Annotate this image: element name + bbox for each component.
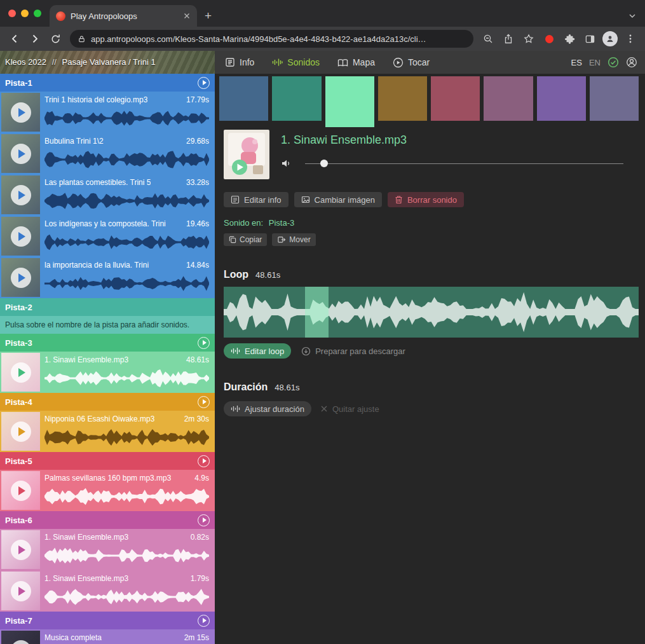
minimize-window-button[interactable]	[21, 10, 29, 17]
sound-item-title: Palmas sevillanas 160 bpm mp3.mp3	[44, 474, 171, 483]
track-play-icon[interactable]	[198, 514, 210, 526]
tab-tocar[interactable]: Tocar	[393, 57, 430, 68]
browser-menu-kebab-icon[interactable]	[621, 29, 640, 48]
sound-thumbnail[interactable]	[1, 412, 40, 451]
track-swatch-7[interactable]	[537, 76, 586, 121]
track-header-pista-4[interactable]: Pista-4	[0, 393, 215, 411]
track-swatch-8[interactable]	[590, 76, 639, 121]
lang-en-button[interactable]: EN	[589, 58, 601, 67]
track-swatch-2[interactable]	[272, 76, 321, 121]
back-button[interactable]	[5, 29, 24, 48]
close-window-button[interactable]	[8, 10, 16, 17]
breadcrumb[interactable]: Kleos 2022 // Pasaje Valvanera / Trini 1	[0, 51, 215, 74]
sound-image[interactable]	[224, 130, 269, 179]
address-bar[interactable]: app.antropoloops.com/Kleos-Santa-Marina/…	[70, 30, 473, 48]
track-swatch-6[interactable]	[484, 76, 533, 121]
sound-item[interactable]: Las plantas comestibles. Trini 533.28s	[0, 174, 215, 216]
sound-thumbnail[interactable]	[1, 175, 40, 214]
tab-search-chevron-icon[interactable]	[628, 11, 636, 20]
volume-slider[interactable]	[305, 159, 623, 168]
sound-item[interactable]: Los indígenas y la compostela. Trini19.4…	[0, 216, 215, 257]
loop-selection[interactable]	[305, 287, 329, 338]
tab-info[interactable]: Info	[225, 57, 254, 67]
sound-item[interactable]: Musica completa2m 15s	[0, 629, 215, 644]
sound-thumbnail[interactable]	[1, 530, 40, 569]
adjust-duration-button[interactable]: Ajustar duración	[224, 401, 311, 416]
play-icon	[11, 581, 31, 601]
track-header-pista-1[interactable]: Pista-1	[0, 74, 215, 92]
track-section-pista-6: Pista-61. Sinawi Ensemble.mp30.82s1. Sin…	[0, 511, 215, 612]
track-play-icon[interactable]	[198, 615, 210, 627]
track-header-pista-2[interactable]: Pista-2	[0, 298, 215, 316]
reload-button[interactable]	[46, 29, 65, 48]
change-image-label: Cambiar imágen	[315, 195, 375, 205]
sound-item[interactable]: Nipponia 06 Esashi Oiwake.mp32m 30s	[0, 411, 215, 452]
browser-tab[interactable]: Play Antropoloops	[50, 5, 197, 27]
track-play-icon[interactable]	[198, 337, 210, 349]
sound-item[interactable]: 1. Sinawi Ensemble.mp30.82s	[0, 529, 215, 570]
track-link[interactable]: Pista-3	[269, 218, 294, 228]
play-icon	[11, 144, 31, 164]
sound-item[interactable]: la importancia de la lluvia. Trini14.84s	[0, 257, 215, 298]
track-header-pista-7[interactable]: Pista-7	[0, 612, 215, 629]
recording-indicator-icon[interactable]	[540, 29, 559, 48]
sound-item[interactable]: 1. Sinawi Ensemble.mp31.79s	[0, 570, 215, 612]
sound-item-title: 1. Sinawi Ensemble.mp3	[44, 533, 128, 542]
lang-es-button[interactable]: ES	[571, 58, 582, 67]
track-header-pista-5[interactable]: Pista-5	[0, 452, 215, 470]
sound-item[interactable]: Trini 1 historia del colegio.mp317.79s	[0, 92, 215, 133]
change-image-button[interactable]: Cambiar imágen	[294, 192, 382, 207]
prepare-download-button[interactable]: Preparar para descargar	[301, 346, 405, 356]
breadcrumb-project[interactable]: Kleos 2022	[5, 57, 46, 67]
play-icon	[11, 362, 31, 383]
account-icon[interactable]	[626, 57, 637, 68]
sound-item[interactable]: Bubulina Trini 1\229.68s	[0, 133, 215, 174]
volume-thumb[interactable]	[320, 160, 328, 167]
sound-thumbnail[interactable]	[1, 258, 40, 297]
side-panel-icon[interactable]	[580, 29, 599, 48]
track-header-pista-6[interactable]: Pista-6	[0, 511, 215, 529]
play-icon	[11, 226, 31, 247]
zoom-window-button[interactable]	[34, 10, 41, 17]
track-swatch-4[interactable]	[378, 76, 427, 121]
track-play-icon[interactable]	[198, 455, 210, 467]
sound-thumbnail[interactable]	[1, 471, 40, 510]
profile-avatar[interactable]	[601, 29, 620, 48]
sound-item-waveform	[44, 427, 209, 448]
sound-thumbnail[interactable]	[1, 631, 40, 644]
sound-thumbnail[interactable]	[1, 134, 40, 173]
tab-mapa[interactable]: Mapa	[337, 57, 375, 67]
track-swatch-5[interactable]	[431, 76, 480, 121]
sound-item[interactable]: 1. Sinawi Ensemble.mp348.61s	[0, 352, 215, 393]
sound-item[interactable]: Palmas sevillanas 160 bpm mp3.mp34.9s	[0, 470, 215, 511]
bookmark-star-icon[interactable]	[519, 29, 538, 48]
sound-item-duration: 0.82s	[191, 533, 209, 542]
share-icon[interactable]	[499, 29, 518, 48]
extensions-puzzle-icon[interactable]	[560, 29, 579, 48]
sound-item-waveform	[44, 190, 209, 212]
track-swatch-1[interactable]	[219, 76, 268, 121]
play-icon	[11, 185, 31, 205]
tab-sonidos[interactable]: Sonidos	[272, 57, 320, 67]
delete-sound-button[interactable]: Borrar sonido	[388, 192, 464, 207]
sound-thumbnail[interactable]	[1, 93, 40, 132]
copy-button[interactable]: Copiar	[224, 233, 267, 246]
edit-loop-button[interactable]: Editar loop	[224, 343, 291, 359]
sound-item-title: Nipponia 06 Esashi Oiwake.mp3	[44, 414, 154, 423]
track-swatch-3[interactable]	[325, 76, 374, 127]
track-header-pista-3[interactable]: Pista-3	[0, 334, 215, 352]
sound-thumbnail[interactable]	[1, 572, 40, 610]
forward-button[interactable]	[25, 29, 44, 48]
move-button[interactable]: Mover	[272, 233, 315, 246]
remove-adjustment-button[interactable]: Quitar ajuste	[320, 404, 379, 414]
loop-waveform[interactable]	[224, 287, 639, 338]
new-tab-button[interactable]: +	[197, 5, 219, 27]
sound-thumbnail[interactable]	[1, 353, 40, 392]
track-play-icon[interactable]	[198, 396, 210, 408]
edit-info-button[interactable]: Editar info	[224, 192, 289, 207]
zoom-icon[interactable]	[479, 29, 498, 48]
tab-close-icon[interactable]	[183, 12, 191, 20]
track-play-icon[interactable]	[198, 77, 210, 89]
sound-thumbnail[interactable]	[1, 217, 40, 256]
play-icon	[11, 268, 31, 288]
